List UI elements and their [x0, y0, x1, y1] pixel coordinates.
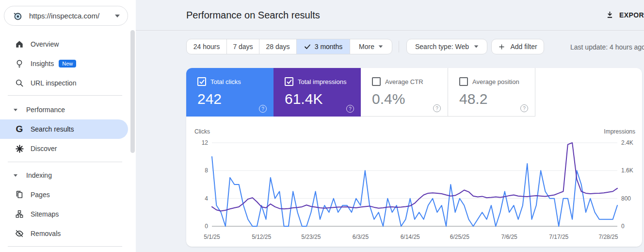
- page-title: Performance on Search results: [186, 10, 320, 21]
- sidebar-item-overview[interactable]: Overview: [0, 34, 128, 54]
- metric-card-total-impressions[interactable]: Total impressions 61.4K ?: [274, 68, 361, 117]
- site-favicon-icon: [12, 11, 23, 21]
- sidebar-item-label: Search results: [31, 125, 74, 133]
- total-clicks-checkbox[interactable]: [197, 77, 206, 86]
- range-28-days[interactable]: 28 days: [259, 39, 297, 54]
- sidebar-item-label: Insights: [31, 60, 54, 67]
- range-3-months[interactable]: 3 months: [297, 39, 350, 54]
- caret-down-icon: [14, 109, 17, 111]
- average-position-checkbox[interactable]: [459, 77, 468, 86]
- lightbulb-icon: [15, 59, 24, 68]
- range-label: More: [359, 43, 374, 50]
- eye-off-icon: [15, 229, 24, 238]
- chevron-down-icon: [379, 45, 383, 48]
- sitemap-icon: [15, 209, 24, 219]
- svg-text:5/12/25: 5/12/25: [252, 234, 271, 240]
- google-g-icon: G: [15, 124, 24, 134]
- svg-text:8: 8: [205, 167, 208, 174]
- sidebar-item-removals[interactable]: Removals: [0, 224, 128, 243]
- pages-icon: [15, 190, 24, 200]
- export-button[interactable]: EXPORT: [606, 11, 644, 19]
- property-selector[interactable]: https://inspectca.com/: [4, 6, 128, 26]
- search-type-label: Search type: Web: [415, 43, 469, 50]
- header-divider: [136, 30, 644, 31]
- spark-icon: [15, 144, 24, 153]
- add-filter-label: Add filter: [510, 43, 537, 50]
- sidebar-section-performance[interactable]: Performance: [0, 100, 128, 119]
- range-more[interactable]: More: [350, 39, 392, 54]
- range-7-days[interactable]: 7 days: [227, 39, 259, 54]
- new-badge: New: [59, 60, 76, 67]
- metric-card-total-clicks[interactable]: Total clicks 242 ?: [186, 68, 274, 117]
- metric-card-average-position[interactable]: Average position 48.2 ?: [448, 68, 535, 117]
- svg-text:800: 800: [621, 195, 631, 202]
- chevron-down-icon: [115, 15, 120, 17]
- metric-label: Total impressions: [298, 78, 346, 85]
- sidebar-item-label: Overview: [31, 40, 59, 48]
- metric-label: Average CTR: [385, 78, 423, 85]
- search-icon: [15, 78, 24, 88]
- performance-card: Total clicks 242 ? Total impressions 61.…: [186, 68, 642, 247]
- search-type-chip[interactable]: Search type: Web: [406, 39, 487, 54]
- caret-down-icon: [14, 174, 17, 177]
- section-title: Performance: [26, 106, 65, 114]
- sidebar-item-url-inspection[interactable]: URL inspection: [0, 73, 128, 93]
- export-label: EXPORT: [619, 11, 644, 19]
- svg-text:6/25/25: 6/25/25: [450, 234, 469, 240]
- svg-text:Impressions: Impressions: [604, 128, 635, 135]
- range-label: 7 days: [233, 43, 253, 50]
- sidebar-divider: [8, 95, 122, 96]
- sidebar-section-indexing[interactable]: Indexing: [0, 166, 128, 185]
- svg-text:0: 0: [205, 223, 208, 230]
- help-icon[interactable]: ?: [520, 104, 528, 112]
- svg-text:7/28/25: 7/28/25: [598, 234, 618, 240]
- svg-text:5/1/25: 5/1/25: [204, 234, 220, 240]
- svg-text:0: 0: [621, 223, 625, 230]
- sidebar-item-sitemaps[interactable]: Sitemaps: [0, 204, 128, 224]
- svg-text:6/3/25: 6/3/25: [353, 234, 369, 240]
- download-icon: [606, 11, 614, 19]
- metric-card-average-ctr[interactable]: Average CTR 0.4% ?: [361, 68, 448, 117]
- average-ctr-checkbox[interactable]: [372, 77, 381, 86]
- total-impressions-checkbox[interactable]: [285, 77, 293, 86]
- metric-tiles: Total clicks 242 ? Total impressions 61.…: [186, 68, 535, 117]
- plus-icon: [498, 43, 505, 50]
- sidebar-item-discover[interactable]: Discover: [0, 139, 128, 158]
- date-range-group: 24 hours 7 days 28 days 3 months More: [186, 39, 392, 54]
- range-label: 24 hours: [193, 43, 220, 50]
- svg-text:5/23/25: 5/23/25: [301, 234, 321, 240]
- sidebar-item-label: URL inspection: [31, 79, 76, 87]
- search-console-app: https://inspectca.com/ Overview Insights…: [0, 0, 644, 252]
- sidebar-item-label: Pages: [31, 191, 50, 199]
- sidebar-scrollbar[interactable]: [130, 30, 135, 153]
- filter-divider: [399, 41, 399, 52]
- help-icon[interactable]: ?: [346, 105, 354, 113]
- performance-chart: 0481208001.6K2.4KClicksImpressions5/1/25…: [186, 125, 642, 247]
- chevron-down-icon: [474, 45, 479, 48]
- sidebar-item-label: Discover: [31, 145, 57, 152]
- sidebar-item-pages[interactable]: Pages: [0, 185, 128, 204]
- sidebar-divider: [8, 162, 122, 162]
- sidebar: https://inspectca.com/ Overview Insights…: [0, 0, 136, 252]
- home-icon: [15, 39, 24, 49]
- last-update-text: Last update: 4 hours ago: [570, 43, 644, 51]
- property-url: https://inspectca.com/: [29, 12, 115, 20]
- add-filter-chip[interactable]: Add filter: [491, 39, 544, 54]
- range-label: 3 months: [315, 43, 343, 50]
- sidebar-item-label: Sitemaps: [31, 210, 59, 218]
- help-icon[interactable]: ?: [259, 105, 267, 113]
- svg-text:1.6K: 1.6K: [621, 167, 633, 174]
- section-title: Indexing: [26, 171, 52, 179]
- metric-label: Average position: [472, 78, 519, 85]
- range-24-hours[interactable]: 24 hours: [187, 39, 227, 54]
- sidebar-divider: [8, 246, 122, 247]
- svg-text:12: 12: [202, 139, 209, 146]
- svg-text:6/14/25: 6/14/25: [401, 234, 420, 240]
- sidebar-item-insights[interactable]: Insights New: [0, 54, 128, 73]
- svg-text:7/6/25: 7/6/25: [501, 234, 517, 240]
- sidebar-item-search-results[interactable]: G Search results: [0, 119, 128, 139]
- checkmark-icon: [304, 43, 311, 50]
- metric-label: Total clicks: [210, 78, 241, 85]
- svg-text:Clicks: Clicks: [194, 128, 210, 135]
- help-icon[interactable]: ?: [433, 104, 441, 112]
